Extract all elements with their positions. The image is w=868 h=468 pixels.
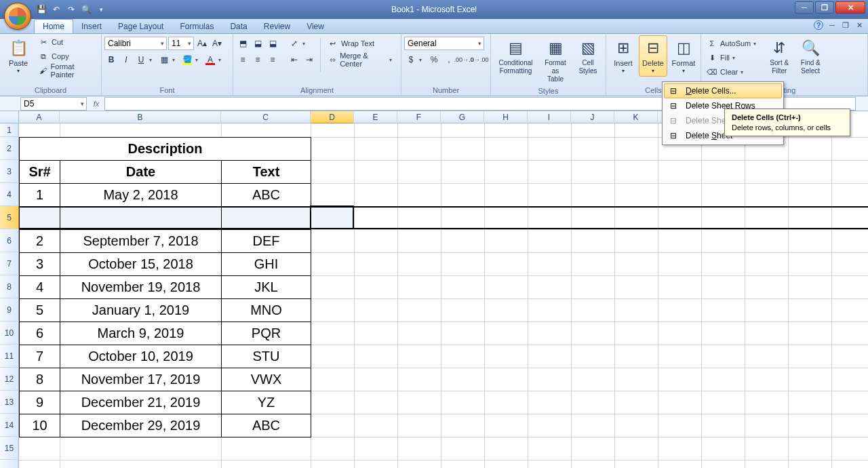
close-workbook-icon[interactable]: ✕ xyxy=(854,20,864,30)
tab-view[interactable]: View xyxy=(298,20,332,33)
fill-button[interactable]: ⬇Fill▾ xyxy=(704,51,763,64)
orientation-button[interactable]: ⤢ xyxy=(288,37,301,50)
align-right-button[interactable]: ≡ xyxy=(266,53,279,66)
row-header-15[interactable]: 15 xyxy=(0,437,19,460)
minimize-ribbon-icon[interactable]: ─ xyxy=(827,20,837,30)
group-font: Calibri 11 A▴ A▾ B I U▾ ▦▾ 🪣▾ A▾ Font xyxy=(102,34,233,96)
print-preview-icon[interactable]: 🔍 xyxy=(80,3,92,16)
row-header-5[interactable]: 5 xyxy=(0,206,19,229)
row-header-13[interactable]: 13 xyxy=(0,391,19,414)
wrap-text-button[interactable]: ↩Wrap Text xyxy=(325,37,398,50)
find-select-button[interactable]: 🔍Find & Select xyxy=(795,35,825,77)
restore-workbook-icon[interactable]: ❐ xyxy=(841,20,850,30)
column-header-F[interactable]: F xyxy=(397,111,441,123)
row-header-9[interactable]: 9 xyxy=(0,298,19,321)
align-bottom-button[interactable]: ⬓ xyxy=(266,37,279,50)
menu-item-delete-cells-[interactable]: ⊟Delete Cells... xyxy=(664,83,782,98)
name-box[interactable]: D5 xyxy=(20,97,87,111)
accounting-button[interactable]: $ xyxy=(404,53,418,66)
font-size-combo[interactable]: 11 xyxy=(168,37,194,50)
delete-row-icon: ⊟ xyxy=(665,116,682,125)
minimize-button[interactable]: ─ xyxy=(795,1,814,14)
decrease-decimal-button[interactable]: .0→.00 xyxy=(472,53,486,66)
grow-font-button[interactable]: A▴ xyxy=(195,37,209,50)
column-header-I[interactable]: I xyxy=(528,111,571,123)
tab-formulas[interactable]: Formulas xyxy=(172,20,222,33)
save-icon[interactable]: 💾 xyxy=(35,3,47,16)
tab-data[interactable]: Data xyxy=(222,20,255,33)
column-header-B[interactable]: B xyxy=(60,111,221,123)
insert-cells-button[interactable]: ⊞Insert▾ xyxy=(609,35,637,77)
font-color-button[interactable]: A xyxy=(203,53,217,66)
office-button[interactable] xyxy=(4,3,31,30)
fx-icon[interactable]: fx xyxy=(90,97,103,111)
delete-cells-button[interactable]: ⊟Delete▾ xyxy=(639,35,667,77)
column-header-K[interactable]: K xyxy=(614,111,658,123)
row-header-7[interactable]: 7 xyxy=(0,252,19,275)
format-as-table-button[interactable]: ▦Format as Table xyxy=(539,35,572,85)
decrease-indent-button[interactable]: ⇤ xyxy=(288,53,301,66)
align-top-button[interactable]: ⬒ xyxy=(236,37,250,50)
shrink-font-button[interactable]: A▾ xyxy=(210,37,224,50)
tab-review[interactable]: Review xyxy=(256,20,298,33)
row-header-1[interactable]: 1 xyxy=(0,123,19,137)
window-title: Book1 - Microsoft Excel xyxy=(391,5,477,14)
column-header-E[interactable]: E xyxy=(354,111,397,123)
autosum-button[interactable]: ΣAutoSum▾ xyxy=(704,37,763,50)
row-header-3[interactable]: 3 xyxy=(0,160,19,183)
tab-page-layout[interactable]: Page Layout xyxy=(110,20,172,33)
row-header-10[interactable]: 10 xyxy=(0,321,19,345)
column-header-C[interactable]: C xyxy=(221,111,311,123)
column-header-G[interactable]: G xyxy=(441,111,484,123)
column-header-D[interactable]: D xyxy=(311,111,354,123)
row-header-12[interactable]: 12 xyxy=(0,368,19,391)
align-center-button[interactable]: ≡ xyxy=(251,53,264,66)
increase-indent-button[interactable]: ⇥ xyxy=(302,53,316,66)
undo-icon[interactable]: ↶ xyxy=(50,3,62,16)
column-header-J[interactable]: J xyxy=(571,111,614,123)
paste-icon: 📋 xyxy=(7,37,29,59)
format-cells-button[interactable]: ◫Format▾ xyxy=(669,35,698,77)
cut-button[interactable]: ✂Cut xyxy=(35,35,98,49)
format-painter-button[interactable]: 🖌Format Painter xyxy=(35,64,98,77)
row-header-6[interactable]: 6 xyxy=(0,229,19,252)
fill-color-button[interactable]: 🪣 xyxy=(180,53,194,66)
clear-button[interactable]: ⌫Clear▾ xyxy=(704,65,763,79)
merge-center-button[interactable]: ⬄Merge & Center▾ xyxy=(325,53,398,66)
align-left-button[interactable]: ≡ xyxy=(236,53,250,66)
font-name-combo[interactable]: Calibri xyxy=(104,37,167,50)
select-all-corner[interactable] xyxy=(0,111,19,123)
table-icon: ▦ xyxy=(545,37,566,59)
close-button[interactable]: ✕ xyxy=(835,1,865,14)
worksheet-grid[interactable]: ABCDEFGHIJKLMNO 12345678910111213141516 … xyxy=(0,111,868,468)
copy-icon: ⧉ xyxy=(38,51,49,62)
row-header-4[interactable]: 4 xyxy=(0,183,19,206)
tab-home[interactable]: Home xyxy=(34,19,73,33)
tab-insert[interactable]: Insert xyxy=(73,20,110,33)
conditional-formatting-button[interactable]: ▤Conditional Formatting xyxy=(494,35,538,77)
number-format-combo[interactable]: General xyxy=(404,37,484,50)
row-header-11[interactable]: 11 xyxy=(0,345,19,368)
paste-button[interactable]: 📋 Paste ▾ xyxy=(3,35,34,77)
row-header-2[interactable]: 2 xyxy=(0,137,19,160)
cell-styles-button[interactable]: ▧Cell Styles xyxy=(573,35,603,77)
help-icon[interactable]: ? xyxy=(814,20,823,30)
row-header-16[interactable]: 16 xyxy=(0,460,19,468)
row-header-8[interactable]: 8 xyxy=(0,275,19,298)
redo-icon[interactable]: ↷ xyxy=(65,3,77,16)
percent-button[interactable]: % xyxy=(427,53,441,66)
italic-button[interactable]: I xyxy=(119,53,133,66)
bold-button[interactable]: B xyxy=(104,53,118,66)
scissors-icon: ✂ xyxy=(38,37,49,47)
column-header-H[interactable]: H xyxy=(484,111,528,123)
border-button[interactable]: ▦ xyxy=(157,53,171,66)
align-middle-button[interactable]: ⬓ xyxy=(251,37,264,50)
row-header-14[interactable]: 14 xyxy=(0,414,19,437)
underline-button[interactable]: U xyxy=(134,53,148,66)
copy-button[interactable]: ⧉Copy xyxy=(35,50,98,63)
column-header-A[interactable]: A xyxy=(19,111,60,123)
qat-customize-icon[interactable]: ▾ xyxy=(95,3,107,16)
delete-row-icon: ⊟ xyxy=(665,131,682,140)
sort-filter-button[interactable]: ⇵Sort & Filter xyxy=(764,35,794,77)
restore-button[interactable]: ❐ xyxy=(815,1,834,14)
